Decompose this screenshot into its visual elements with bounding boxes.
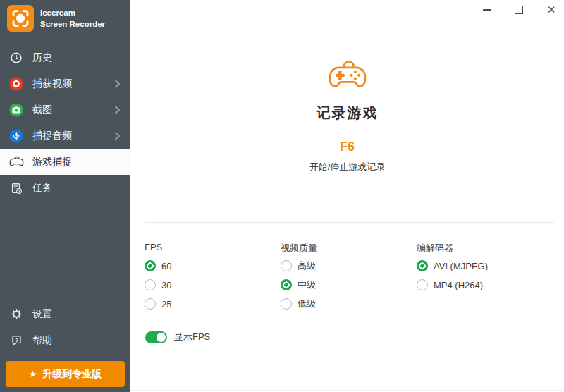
fps-option-30[interactable]: 30 [145, 279, 171, 290]
codec-option-mp4[interactable]: MP4 (H264) [417, 279, 483, 290]
codec-option-avi[interactable]: AVI (MJPEG) [417, 260, 488, 271]
minimize-button[interactable] [477, 0, 498, 19]
radio-label: 中级 [298, 278, 316, 291]
app-window: Icecream Screen Recorder 历史 [0, 0, 564, 392]
toggle-on-icon[interactable] [145, 331, 167, 343]
radio-icon [145, 279, 156, 290]
gear-icon [8, 307, 24, 322]
svg-text:?: ? [15, 337, 18, 343]
sidebar-item-label: 截图 [32, 104, 52, 116]
quality-group-label: 视频质量 [281, 242, 317, 255]
radio-label: 60 [161, 261, 171, 271]
sidebar-item-game-capture[interactable]: 游戏捕捉 [0, 149, 130, 175]
help-icon: ? [8, 333, 24, 348]
sidebar-item-help[interactable]: ? 帮助 [0, 327, 130, 353]
chevron-right-icon [114, 79, 121, 88]
star-icon: ★ [29, 369, 37, 379]
sidebar-item-label: 游戏捕捉 [32, 156, 72, 169]
close-button[interactable]: ✕ [541, 0, 562, 19]
record-icon [8, 76, 24, 92]
sidebar-item-label: 捕获视频 [32, 78, 72, 90]
panel-title: 记录游戏 [130, 104, 564, 123]
upgrade-to-pro-button[interactable]: ★ 升级到专业版 [6, 361, 125, 387]
maximize-button[interactable] [508, 0, 529, 19]
bottom-divider [130, 390, 564, 391]
chevron-right-icon [114, 131, 121, 140]
radio-selected-icon [417, 260, 428, 271]
clock-icon [8, 50, 24, 66]
radio-label: 30 [161, 280, 171, 290]
sidebar-item-capture-video[interactable]: 捕获视频 [0, 71, 130, 97]
app-title: Icecream Screen Recorder [40, 5, 105, 30]
toggle-label: 显示FPS [174, 331, 210, 343]
radio-icon [281, 298, 292, 310]
gamepad-icon [326, 60, 368, 94]
show-fps-toggle-row[interactable]: 显示FPS [145, 331, 210, 343]
section-divider [145, 222, 554, 223]
sidebar-item-capture-audio[interactable]: 捕捉音频 [0, 123, 130, 149]
sidebar-item-history[interactable]: 历史 [0, 44, 130, 71]
sidebar-item-settings[interactable]: 设置 [0, 301, 130, 327]
sidebar-item-screenshot[interactable]: 截图 [0, 97, 130, 123]
radio-icon [417, 279, 428, 290]
hotkey-hint: 开始/停止游戏记录 [130, 161, 564, 173]
radio-label: 低级 [298, 298, 316, 310]
radio-label: MP4 (H264) [434, 280, 483, 290]
gamepad-icon [8, 154, 24, 170]
tasks-icon [8, 180, 24, 196]
app-logo: Icecream Screen Recorder [7, 5, 105, 32]
minimize-icon [483, 9, 491, 11]
radio-label: 25 [161, 299, 171, 310]
maximize-icon [515, 6, 523, 14]
fps-option-25[interactable]: 25 [145, 298, 171, 310]
upgrade-button-label: 升级到专业版 [42, 368, 102, 381]
codec-group-label: 编解码器 [417, 242, 453, 255]
sidebar: Icecream Screen Recorder 历史 [0, 0, 130, 392]
sidebar-item-label: 捕捉音频 [32, 130, 72, 142]
radio-selected-icon [281, 279, 292, 290]
toggle-knob [157, 333, 166, 342]
quality-option-low[interactable]: 低级 [281, 298, 316, 310]
sidebar-item-label: 帮助 [32, 334, 52, 347]
microphone-icon [8, 128, 24, 144]
sidebar-item-tasks[interactable]: 任务 [0, 175, 130, 201]
chevron-right-icon [114, 105, 121, 114]
sidebar-item-label: 任务 [32, 182, 52, 195]
camera-icon [8, 102, 24, 118]
fps-option-60[interactable]: 60 [145, 260, 171, 271]
radio-icon [281, 260, 292, 271]
radio-selected-icon [145, 260, 156, 271]
radio-icon [145, 298, 156, 310]
radio-label: 高级 [298, 259, 316, 272]
quality-option-medium[interactable]: 中级 [281, 279, 316, 290]
radio-label: AVI (MJPEG) [434, 261, 488, 271]
close-icon: ✕ [547, 4, 556, 15]
fps-group-label: FPS [145, 242, 162, 252]
hotkey-label: F6 [130, 140, 564, 154]
app-logo-icon [7, 5, 34, 32]
sidebar-item-label: 设置 [32, 308, 52, 321]
sidebar-item-label: 历史 [32, 51, 52, 64]
quality-option-high[interactable]: 高级 [281, 260, 316, 271]
